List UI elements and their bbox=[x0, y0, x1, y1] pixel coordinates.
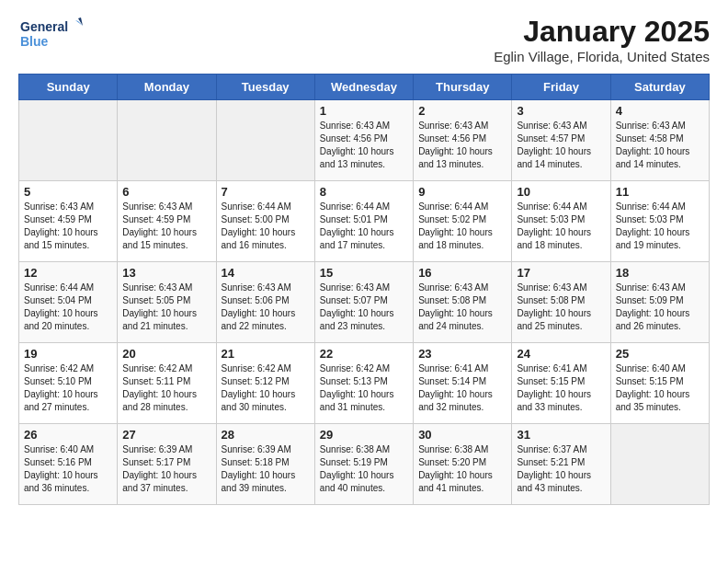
calendar-cell: 18Sunrise: 6:43 AMSunset: 5:09 PMDayligh… bbox=[610, 262, 709, 343]
weekday-header: Wednesday bbox=[314, 75, 413, 100]
day-info: Sunrise: 6:40 AMSunset: 5:16 PMDaylight:… bbox=[24, 443, 112, 495]
day-number: 15 bbox=[320, 266, 408, 280]
calendar-cell: 29Sunrise: 6:38 AMSunset: 5:19 PMDayligh… bbox=[314, 424, 413, 505]
calendar-cell: 14Sunrise: 6:43 AMSunset: 5:06 PMDayligh… bbox=[216, 262, 314, 343]
day-number: 13 bbox=[122, 266, 210, 280]
day-info: Sunrise: 6:42 AMSunset: 5:12 PMDaylight:… bbox=[222, 362, 310, 414]
day-info: Sunrise: 6:41 AMSunset: 5:14 PMDaylight:… bbox=[418, 362, 506, 414]
svg-marker-3 bbox=[78, 17, 83, 26]
day-info: Sunrise: 6:42 AMSunset: 5:10 PMDaylight:… bbox=[24, 362, 112, 414]
weekday-header: Sunday bbox=[19, 75, 118, 100]
calendar-cell: 15Sunrise: 6:43 AMSunset: 5:07 PMDayligh… bbox=[314, 262, 413, 343]
calendar-cell: 31Sunrise: 6:37 AMSunset: 5:21 PMDayligh… bbox=[512, 424, 610, 505]
day-info: Sunrise: 6:43 AMSunset: 5:09 PMDaylight:… bbox=[616, 282, 704, 333]
day-info: Sunrise: 6:39 AMSunset: 5:18 PMDaylight:… bbox=[222, 443, 310, 495]
logo-svg: General Blue bbox=[18, 15, 83, 55]
weekday-header: Saturday bbox=[610, 75, 709, 100]
calendar-cell: 19Sunrise: 6:42 AMSunset: 5:10 PMDayligh… bbox=[19, 343, 118, 424]
day-number: 7 bbox=[222, 185, 310, 199]
calendar-cell: 13Sunrise: 6:43 AMSunset: 5:05 PMDayligh… bbox=[118, 262, 216, 343]
day-info: Sunrise: 6:43 AMSunset: 5:05 PMDaylight:… bbox=[122, 282, 210, 333]
day-number: 21 bbox=[222, 347, 310, 361]
calendar-cell: 25Sunrise: 6:40 AMSunset: 5:15 PMDayligh… bbox=[610, 343, 709, 424]
day-number: 8 bbox=[320, 185, 408, 199]
day-info: Sunrise: 6:43 AMSunset: 4:59 PMDaylight:… bbox=[122, 201, 210, 252]
day-info: Sunrise: 6:43 AMSunset: 5:08 PMDaylight:… bbox=[418, 282, 506, 333]
day-number: 19 bbox=[24, 347, 112, 361]
svg-text:General: General bbox=[20, 19, 68, 34]
day-info: Sunrise: 6:38 AMSunset: 5:19 PMDaylight:… bbox=[320, 443, 408, 495]
day-info: Sunrise: 6:44 AMSunset: 5:00 PMDaylight:… bbox=[222, 201, 310, 252]
calendar-title: January 2025 bbox=[494, 15, 710, 49]
day-info: Sunrise: 6:44 AMSunset: 5:03 PMDaylight:… bbox=[517, 201, 605, 252]
day-info: Sunrise: 6:43 AMSunset: 4:57 PMDaylight:… bbox=[517, 120, 605, 171]
day-number: 17 bbox=[517, 266, 605, 280]
calendar-cell: 11Sunrise: 6:44 AMSunset: 5:03 PMDayligh… bbox=[610, 181, 709, 262]
day-number: 11 bbox=[616, 185, 704, 199]
day-info: Sunrise: 6:43 AMSunset: 5:07 PMDaylight:… bbox=[320, 282, 408, 333]
day-number: 1 bbox=[320, 104, 408, 118]
day-info: Sunrise: 6:44 AMSunset: 5:01 PMDaylight:… bbox=[320, 201, 408, 252]
weekday-header: Friday bbox=[512, 75, 610, 100]
day-number: 30 bbox=[418, 428, 506, 442]
calendar-week-row: 12Sunrise: 6:44 AMSunset: 5:04 PMDayligh… bbox=[19, 262, 710, 343]
calendar-cell: 23Sunrise: 6:41 AMSunset: 5:14 PMDayligh… bbox=[414, 343, 512, 424]
calendar-cell bbox=[19, 100, 118, 181]
calendar-cell: 21Sunrise: 6:42 AMSunset: 5:12 PMDayligh… bbox=[216, 343, 314, 424]
day-number: 22 bbox=[320, 347, 408, 361]
calendar-cell: 8Sunrise: 6:44 AMSunset: 5:01 PMDaylight… bbox=[314, 181, 413, 262]
day-number: 27 bbox=[122, 428, 210, 442]
day-info: Sunrise: 6:42 AMSunset: 5:11 PMDaylight:… bbox=[122, 362, 210, 414]
day-number: 31 bbox=[517, 428, 605, 442]
day-number: 14 bbox=[222, 266, 310, 280]
calendar-cell: 24Sunrise: 6:41 AMSunset: 5:15 PMDayligh… bbox=[512, 343, 610, 424]
calendar-cell: 17Sunrise: 6:43 AMSunset: 5:08 PMDayligh… bbox=[512, 262, 610, 343]
day-info: Sunrise: 6:43 AMSunset: 4:58 PMDaylight:… bbox=[616, 120, 704, 171]
logo: General Blue bbox=[18, 15, 83, 55]
day-number: 20 bbox=[122, 347, 210, 361]
day-number: 24 bbox=[517, 347, 605, 361]
day-number: 6 bbox=[122, 185, 210, 199]
calendar-cell: 3Sunrise: 6:43 AMSunset: 4:57 PMDaylight… bbox=[512, 100, 610, 181]
calendar-cell: 5Sunrise: 6:43 AMSunset: 4:59 PMDaylight… bbox=[19, 181, 118, 262]
header: General Blue January 2025 Eglin Village,… bbox=[18, 15, 710, 64]
weekday-header: Thursday bbox=[414, 75, 512, 100]
day-number: 3 bbox=[517, 104, 605, 118]
day-number: 12 bbox=[24, 266, 112, 280]
calendar-cell: 1Sunrise: 6:43 AMSunset: 4:56 PMDaylight… bbox=[314, 100, 413, 181]
day-number: 16 bbox=[418, 266, 506, 280]
day-info: Sunrise: 6:41 AMSunset: 5:15 PMDaylight:… bbox=[517, 362, 605, 414]
title-block: January 2025 Eglin Village, Florida, Uni… bbox=[494, 15, 710, 64]
day-info: Sunrise: 6:37 AMSunset: 5:21 PMDaylight:… bbox=[517, 443, 605, 495]
calendar-cell bbox=[610, 424, 709, 505]
calendar-cell: 7Sunrise: 6:44 AMSunset: 5:00 PMDaylight… bbox=[216, 181, 314, 262]
day-number: 29 bbox=[320, 428, 408, 442]
day-info: Sunrise: 6:40 AMSunset: 5:15 PMDaylight:… bbox=[616, 362, 704, 414]
day-info: Sunrise: 6:44 AMSunset: 5:04 PMDaylight:… bbox=[24, 282, 112, 333]
calendar-cell: 4Sunrise: 6:43 AMSunset: 4:58 PMDaylight… bbox=[610, 100, 709, 181]
calendar-cell bbox=[216, 100, 314, 181]
day-number: 9 bbox=[418, 185, 506, 199]
day-number: 4 bbox=[616, 104, 704, 118]
day-info: Sunrise: 6:43 AMSunset: 5:08 PMDaylight:… bbox=[517, 282, 605, 333]
day-info: Sunrise: 6:44 AMSunset: 5:03 PMDaylight:… bbox=[616, 201, 704, 252]
calendar-cell: 26Sunrise: 6:40 AMSunset: 5:16 PMDayligh… bbox=[19, 424, 118, 505]
calendar-week-row: 19Sunrise: 6:42 AMSunset: 5:10 PMDayligh… bbox=[19, 343, 710, 424]
calendar-cell: 10Sunrise: 6:44 AMSunset: 5:03 PMDayligh… bbox=[512, 181, 610, 262]
day-number: 10 bbox=[517, 185, 605, 199]
day-number: 28 bbox=[222, 428, 310, 442]
calendar-cell: 30Sunrise: 6:38 AMSunset: 5:20 PMDayligh… bbox=[414, 424, 512, 505]
day-number: 18 bbox=[616, 266, 704, 280]
weekday-header: Monday bbox=[118, 75, 216, 100]
calendar-cell: 27Sunrise: 6:39 AMSunset: 5:17 PMDayligh… bbox=[118, 424, 216, 505]
calendar-subtitle: Eglin Village, Florida, United States bbox=[494, 49, 710, 64]
day-info: Sunrise: 6:39 AMSunset: 5:17 PMDaylight:… bbox=[122, 443, 210, 495]
day-number: 5 bbox=[24, 185, 112, 199]
calendar-week-row: 26Sunrise: 6:40 AMSunset: 5:16 PMDayligh… bbox=[19, 424, 710, 505]
calendar-cell: 28Sunrise: 6:39 AMSunset: 5:18 PMDayligh… bbox=[216, 424, 314, 505]
calendar-cell: 6Sunrise: 6:43 AMSunset: 4:59 PMDaylight… bbox=[118, 181, 216, 262]
day-number: 23 bbox=[418, 347, 506, 361]
calendar-table: SundayMondayTuesdayWednesdayThursdayFrid… bbox=[18, 74, 710, 505]
calendar-cell: 12Sunrise: 6:44 AMSunset: 5:04 PMDayligh… bbox=[19, 262, 118, 343]
day-number: 26 bbox=[24, 428, 112, 442]
